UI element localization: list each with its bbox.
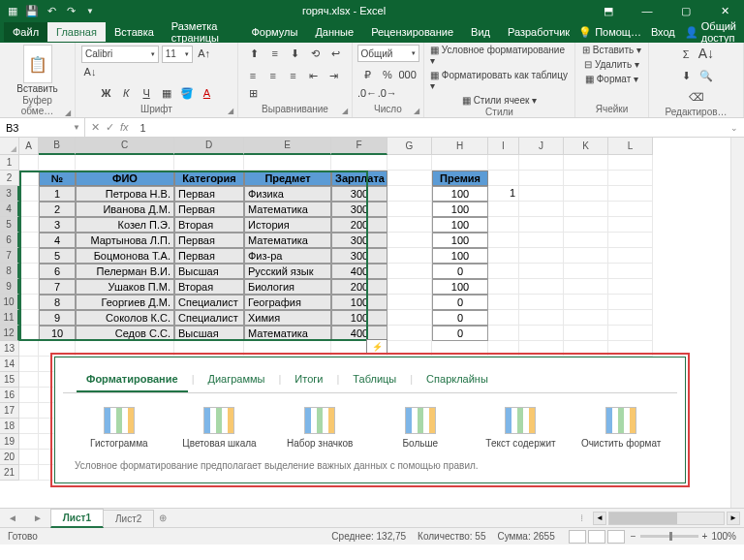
cell-L3[interactable] (608, 186, 653, 202)
cell-L5[interactable] (608, 217, 653, 233)
tab-view[interactable]: Вид (462, 22, 499, 42)
cell-H10[interactable]: 0 (432, 295, 488, 310)
row-header-6[interactable]: 6 (0, 233, 19, 248)
row-header-11[interactable]: 11 (0, 310, 19, 326)
cell-C9[interactable]: Ушаков П.М. (76, 279, 174, 295)
cell-G9[interactable] (388, 279, 432, 295)
cell-D10[interactable]: Специалист (174, 295, 244, 310)
cell-E5[interactable]: История (244, 217, 331, 233)
cell-G8[interactable] (388, 264, 432, 279)
cell-L9[interactable] (608, 279, 653, 295)
cell-D3[interactable]: Первая (174, 186, 244, 202)
align-bottom-icon[interactable]: ⬇ (287, 46, 304, 63)
cell-I2[interactable] (488, 171, 519, 186)
cell-C3[interactable]: Петрова Н.В. (76, 186, 174, 202)
cell-E7[interactable]: Физ-ра (244, 248, 331, 264)
expand-formula-bar-icon[interactable]: ⌄ (730, 123, 744, 133)
cell-B10[interactable]: 8 (39, 295, 76, 310)
cell-J3[interactable] (519, 186, 564, 202)
cell-A12[interactable] (19, 326, 39, 341)
cell-F11[interactable]: 100 (331, 310, 388, 326)
font-dialog-icon[interactable]: ◢ (228, 107, 233, 115)
cell-J6[interactable] (519, 233, 564, 248)
qa-tab-tables[interactable]: Таблицы (343, 367, 406, 392)
cell-D12[interactable]: Высшая (174, 326, 244, 341)
cell-A15[interactable] (19, 372, 39, 388)
cell-A13[interactable] (19, 341, 39, 357)
cell-I6[interactable] (488, 233, 519, 248)
cell-A19[interactable] (19, 434, 39, 450)
align-dialog-icon[interactable]: ◢ (342, 107, 348, 115)
cell-F6[interactable]: 300 (331, 233, 388, 248)
fill-icon[interactable]: ⬇ (677, 67, 695, 84)
cell-H6[interactable]: 100 (432, 233, 488, 248)
cell-G11[interactable] (388, 310, 432, 326)
cell-E4[interactable]: Математика (244, 202, 331, 217)
view-normal-icon[interactable] (569, 530, 586, 544)
align-top-icon[interactable]: ⬆ (246, 46, 264, 63)
cell-A7[interactable] (19, 248, 39, 264)
tab-home[interactable]: Главная (47, 22, 106, 42)
cell-D9[interactable]: Вторая (174, 279, 244, 295)
cell-L11[interactable] (608, 310, 653, 326)
tab-data[interactable]: Данные (306, 22, 362, 42)
redo-icon[interactable]: ↷ (62, 5, 79, 17)
cell-K9[interactable] (564, 279, 608, 295)
tab-review[interactable]: Рецензирование (362, 22, 462, 42)
cell-J9[interactable] (519, 279, 564, 295)
undo-icon[interactable]: ↶ (43, 5, 60, 17)
tab-insert[interactable]: Вставка (106, 22, 163, 42)
cell-E3[interactable]: Физика (244, 186, 331, 202)
view-page-layout-icon[interactable] (588, 530, 605, 544)
cell-A10[interactable] (19, 295, 39, 310)
cell-B7[interactable]: 5 (39, 248, 76, 264)
qa-tab-sparklines[interactable]: Спарклайны (417, 367, 498, 392)
fx-icon[interactable]: fx (120, 121, 129, 134)
cell-L1[interactable] (608, 155, 653, 171)
cell-C13[interactable] (76, 341, 174, 357)
cell-G4[interactable] (388, 202, 432, 217)
cell-G2[interactable] (388, 171, 432, 186)
cell-K4[interactable] (564, 202, 608, 217)
cell-K7[interactable] (564, 248, 608, 264)
cell-I9[interactable] (488, 279, 519, 295)
cell-E9[interactable]: Биология (244, 279, 331, 295)
cell-D7[interactable]: Первая (174, 248, 244, 264)
row-header-19[interactable]: 19 (0, 434, 19, 450)
cell-F2[interactable]: Зарплата (331, 171, 388, 186)
cell-K6[interactable] (564, 233, 608, 248)
cell-C5[interactable]: Козел П.Э. (76, 217, 174, 233)
fill-color-icon[interactable]: 🪣 (178, 84, 196, 102)
increase-decimal-icon[interactable]: .0← (358, 84, 376, 102)
row-header-20[interactable]: 20 (0, 450, 19, 465)
qa-opt-databars[interactable]: Гистограмма (76, 407, 163, 449)
qat-dropdown-icon[interactable]: ▼ (81, 7, 99, 16)
cell-J5[interactable] (519, 217, 564, 233)
cell-K8[interactable] (564, 264, 608, 279)
row-header-18[interactable]: 18 (0, 419, 19, 434)
bold-icon[interactable]: Ж (98, 84, 115, 102)
sort-filter-icon[interactable]: A↓ (698, 45, 715, 62)
format-cells-button[interactable]: ▦ Формат ▾ (585, 74, 638, 84)
cell-H8[interactable]: 0 (432, 264, 488, 279)
minimize-icon[interactable]: — (628, 5, 666, 17)
cell-D1[interactable] (174, 155, 244, 171)
paste-button[interactable]: Вставить (16, 83, 57, 94)
cell-G6[interactable] (388, 233, 432, 248)
cell-J13[interactable] (519, 341, 564, 357)
cell-H1[interactable] (432, 155, 488, 171)
row-header-14[interactable]: 14 (0, 357, 19, 372)
cell-F9[interactable]: 200 (331, 279, 388, 295)
cell-J12[interactable] (519, 326, 564, 341)
cell-C2[interactable]: ФИО (76, 171, 174, 186)
cell-B5[interactable]: 3 (39, 217, 76, 233)
underline-icon[interactable]: Ч (138, 84, 155, 102)
column-header-H[interactable]: H (432, 138, 488, 155)
cell-E6[interactable]: Математика (244, 233, 331, 248)
cell-styles-button[interactable]: ▦ Стили ячеек ▾ (462, 95, 537, 106)
tab-formulas[interactable]: Формулы (243, 22, 307, 42)
border-icon[interactable]: ▦ (158, 84, 175, 102)
cell-E12[interactable]: Математика (244, 326, 331, 341)
column-header-E[interactable]: E (244, 138, 331, 155)
cell-E1[interactable] (244, 155, 331, 171)
